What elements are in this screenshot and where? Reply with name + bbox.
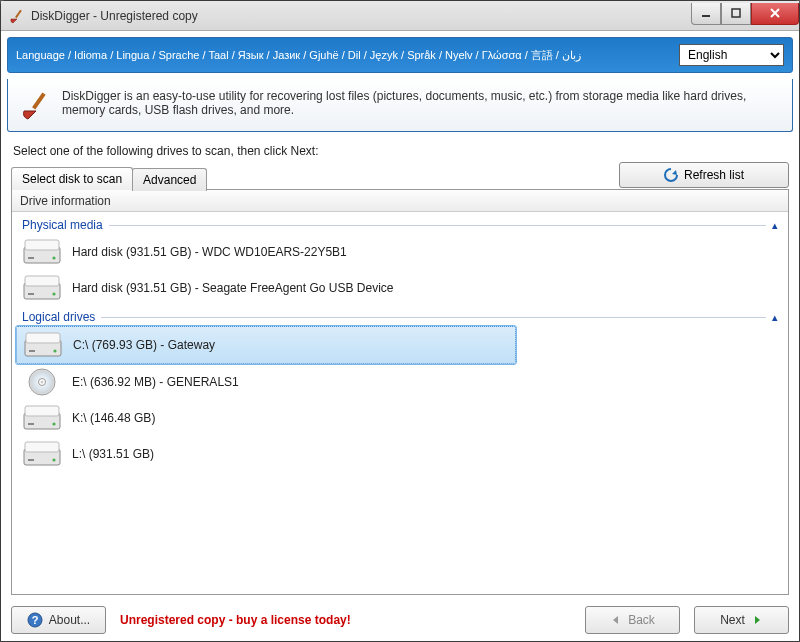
window-buttons [691, 3, 799, 25]
info-icon [27, 612, 43, 628]
refresh-button-label: Refresh list [684, 168, 744, 182]
chevron-up-icon: ▴ [772, 219, 778, 232]
next-button[interactable]: Next [694, 606, 789, 634]
drive-panel: Drive information Physical media ▴ Hard … [11, 189, 789, 595]
language-labels: Language / Idioma / Lingua / Sprache / T… [16, 48, 671, 63]
description-panel: DiskDigger is an easy-to-use utility for… [7, 79, 793, 132]
app-window: DiskDigger - Unregistered copy Language … [0, 0, 800, 642]
language-bar: Language / Idioma / Lingua / Sprache / T… [7, 37, 793, 73]
drive-row[interactable]: K:\ (146.48 GB) [16, 400, 784, 436]
drive-label: Hard disk (931.51 GB) - WDC WD10EARS-22Y… [72, 245, 347, 259]
language-select[interactable]: English [679, 44, 784, 66]
about-button[interactable]: About... [11, 606, 106, 634]
hard-disk-icon [22, 273, 62, 303]
drive-label: Hard disk (931.51 GB) - Seagate FreeAgen… [72, 281, 394, 295]
disc-icon [22, 367, 62, 397]
close-icon [769, 7, 781, 19]
chevron-up-icon: ▴ [772, 311, 778, 324]
about-button-label: About... [49, 613, 90, 627]
arrow-right-icon [751, 614, 763, 626]
drive-row[interactable]: Hard disk (931.51 GB) - WDC WD10EARS-22Y… [16, 234, 784, 270]
window-title: DiskDigger - Unregistered copy [31, 9, 691, 23]
description-text: DiskDigger is an easy-to-use utility for… [62, 89, 780, 121]
group-logical-label: Logical drives [22, 310, 95, 324]
drive-row[interactable]: Hard disk (931.51 GB) - Seagate FreeAgen… [16, 270, 784, 306]
instruction-text: Select one of the following drives to sc… [13, 144, 787, 158]
hard-disk-icon [22, 403, 62, 433]
shovel-icon [20, 89, 52, 121]
hard-disk-icon [22, 439, 62, 469]
column-header[interactable]: Drive information [12, 190, 788, 212]
group-logical-header[interactable]: Logical drives ▴ [16, 306, 784, 326]
maximize-icon [731, 8, 741, 18]
maximize-button[interactable] [721, 3, 751, 25]
hard-disk-icon [22, 237, 62, 267]
refresh-button[interactable]: Refresh list [619, 162, 789, 188]
drive-row[interactable]: C:\ (769.93 GB) - Gateway [16, 326, 516, 364]
tab-select-disk[interactable]: Select disk to scan [11, 167, 133, 190]
drive-label: E:\ (636.92 MB) - GENERALS1 [72, 375, 239, 389]
close-button[interactable] [751, 3, 799, 25]
group-physical-label: Physical media [22, 218, 103, 232]
drive-label: K:\ (146.48 GB) [72, 411, 155, 425]
title-bar: DiskDigger - Unregistered copy [1, 1, 799, 31]
svg-rect-11 [702, 15, 710, 17]
hard-disk-icon [23, 330, 63, 360]
app-icon [9, 8, 25, 24]
arrow-left-icon [610, 614, 622, 626]
refresh-icon [664, 168, 678, 182]
drive-list[interactable]: Physical media ▴ Hard disk (931.51 GB) -… [12, 212, 788, 594]
drive-label: C:\ (769.93 GB) - Gateway [73, 338, 215, 352]
minimize-icon [701, 8, 711, 18]
unregistered-notice[interactable]: Unregistered copy - buy a license today! [120, 613, 571, 627]
bottom-bar: About... Unregistered copy - buy a licen… [1, 599, 799, 641]
tab-row: Select disk to scan Advanced Refresh lis… [11, 164, 789, 190]
main-content: Select one of the following drives to sc… [1, 138, 799, 599]
drive-label: L:\ (931.51 GB) [72, 447, 154, 461]
drive-row[interactable]: L:\ (931.51 GB) [16, 436, 784, 472]
tab-advanced[interactable]: Advanced [132, 168, 207, 191]
svg-rect-12 [732, 9, 740, 17]
next-button-label: Next [720, 613, 745, 627]
group-physical-header[interactable]: Physical media ▴ [16, 214, 784, 234]
minimize-button[interactable] [691, 3, 721, 25]
back-button-label: Back [628, 613, 655, 627]
drive-row[interactable]: E:\ (636.92 MB) - GENERALS1 [16, 364, 784, 400]
back-button[interactable]: Back [585, 606, 680, 634]
